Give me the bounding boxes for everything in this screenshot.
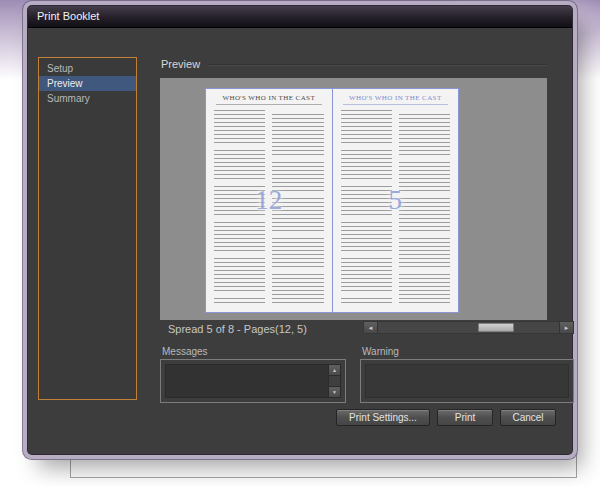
messages-text-area[interactable]: ▲ ▼: [165, 364, 341, 398]
right-page-header: WHO'S WHO IN THE CAST: [343, 94, 449, 105]
scroll-right-button[interactable]: ►: [559, 322, 573, 333]
text-lines-column: [341, 110, 392, 306]
print-button[interactable]: Print: [437, 409, 493, 426]
warning-group: Warning: [360, 346, 574, 403]
left-page-number: 12: [255, 184, 282, 215]
booklet-spread-preview: WHO'S WHO IN THE CAST 12 WHO'S WHO IN TH…: [205, 88, 459, 313]
section-divider: [208, 64, 546, 65]
right-page-number: 5: [389, 184, 403, 215]
scroll-down-button[interactable]: ▼: [329, 386, 340, 397]
warning-text-area: [365, 364, 569, 398]
messages-group: Messages ▲ ▼: [160, 346, 346, 403]
scrollbar-track[interactable]: [378, 322, 559, 333]
dialog-titlebar[interactable]: Print Booklet: [28, 6, 572, 28]
scroll-up-button[interactable]: ▲: [329, 365, 340, 376]
dialog-body: Setup Preview Summary Preview WHO'S WHO …: [28, 28, 572, 454]
spread-right-page: WHO'S WHO IN THE CAST 5: [333, 89, 459, 312]
print-settings-button[interactable]: Print Settings...: [336, 409, 430, 426]
section-title: Preview: [161, 58, 200, 70]
warning-box: [360, 359, 574, 403]
dialog-title: Print Booklet: [28, 6, 99, 27]
print-booklet-dialog: Print Booklet Setup Preview Summary Prev…: [28, 6, 572, 454]
pane-item-summary[interactable]: Summary: [39, 91, 136, 106]
scroll-right-icon: ►: [564, 325, 570, 331]
messages-label: Messages: [162, 346, 208, 357]
preview-horizontal-scrollbar[interactable]: ◄ ►: [363, 321, 574, 334]
scroll-left-button[interactable]: ◄: [364, 322, 378, 333]
messages-scrollbar[interactable]: ▲ ▼: [328, 365, 340, 397]
preview-area: WHO'S WHO IN THE CAST 12 WHO'S WHO IN TH…: [160, 78, 547, 320]
pane-item-setup[interactable]: Setup: [39, 61, 136, 76]
spread-left-page: WHO'S WHO IN THE CAST 12: [206, 89, 333, 312]
warning-label: Warning: [362, 346, 399, 357]
scrollbar-thumb[interactable]: [478, 323, 514, 332]
pane-item-preview[interactable]: Preview: [39, 76, 136, 91]
cancel-button[interactable]: Cancel: [500, 409, 556, 426]
left-page-header: WHO'S WHO IN THE CAST: [216, 94, 322, 105]
settings-pane-list: Setup Preview Summary: [38, 57, 137, 400]
scroll-left-icon: ◄: [368, 325, 374, 331]
text-lines-column: [399, 110, 450, 306]
scroll-down-icon: ▼: [332, 389, 337, 395]
messages-box: ▲ ▼: [160, 359, 346, 403]
spread-status-text: Spread 5 of 8 - Pages(12, 5): [168, 323, 307, 335]
scroll-up-icon: ▲: [332, 367, 337, 373]
